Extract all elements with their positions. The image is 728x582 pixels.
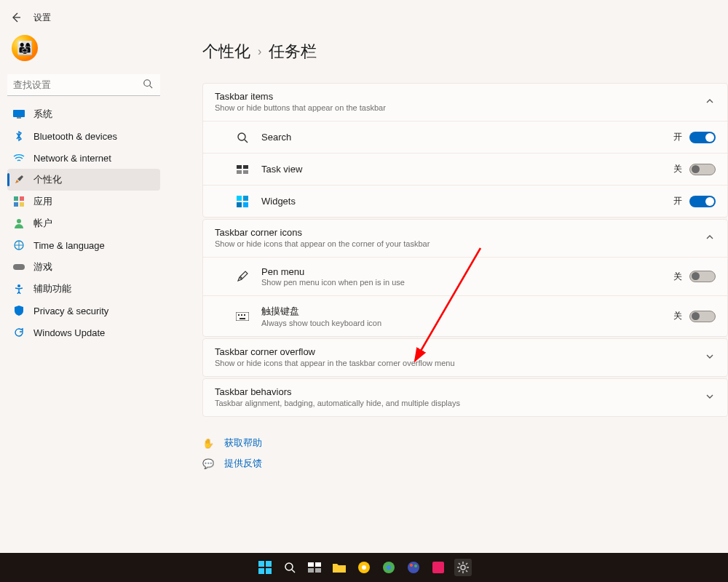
section-overflow[interactable]: Taskbar corner overflow Show or hide ico… xyxy=(203,339,727,376)
section-title: Taskbar items xyxy=(215,91,705,102)
toggle-state: 关 xyxy=(673,271,682,283)
search-input[interactable] xyxy=(7,74,160,96)
sidebar-item-network[interactable]: Network & internet xyxy=(7,147,160,169)
svg-rect-13 xyxy=(243,165,248,169)
svg-rect-1 xyxy=(13,110,25,117)
svg-rect-28 xyxy=(258,568,264,574)
sidebar-item-personalization[interactable]: 个性化 xyxy=(7,169,160,191)
chevron-down-icon xyxy=(705,352,716,362)
row-sublabel: Show pen menu icon when pen is in use xyxy=(261,278,673,287)
svg-point-39 xyxy=(408,562,419,573)
help-icon: ✋ xyxy=(202,437,214,449)
toggle-pen[interactable] xyxy=(689,271,716,282)
section-corner-icons[interactable]: Taskbar corner icons Show or hide icons … xyxy=(203,220,727,257)
taskbar-chrome-2[interactable] xyxy=(380,559,397,576)
sidebar-item-privacy[interactable]: Privacy & security xyxy=(7,300,160,322)
svg-rect-20 xyxy=(236,312,249,321)
svg-rect-29 xyxy=(266,568,272,574)
svg-rect-21 xyxy=(238,314,240,316)
section-taskbar-items[interactable]: Taskbar items Show or hide buttons that … xyxy=(203,84,727,121)
link-label: 获取帮助 xyxy=(224,436,262,450)
app-title: 设置 xyxy=(33,12,51,24)
section-title: Taskbar behaviors xyxy=(215,386,705,397)
link-get-help[interactable]: ✋获取帮助 xyxy=(202,433,728,453)
sidebar-item-accounts[interactable]: 帐户 xyxy=(7,212,160,234)
toggle-state: 开 xyxy=(673,195,682,207)
sidebar-item-apps[interactable]: 应用 xyxy=(7,191,160,212)
feedback-icon: 💬 xyxy=(202,458,214,469)
toggle-touch-keyboard[interactable] xyxy=(689,311,716,322)
sidebar-item-accessibility[interactable]: 辅助功能 xyxy=(7,278,160,300)
section-subtitle: Show or hide icons that appear on the co… xyxy=(215,239,705,248)
sidebar-item-label: 应用 xyxy=(33,195,52,208)
svg-rect-2 xyxy=(17,117,21,119)
svg-point-38 xyxy=(387,565,391,570)
apps-icon xyxy=(13,196,25,207)
svg-rect-18 xyxy=(237,202,242,207)
svg-point-43 xyxy=(461,565,465,570)
sidebar-item-label: Privacy & security xyxy=(33,306,108,316)
toggle-state: 关 xyxy=(673,310,682,322)
toggle-state: 关 xyxy=(673,163,682,175)
search-icon xyxy=(235,132,250,143)
row-label: 触摸键盘 xyxy=(261,305,673,318)
taskbar-search[interactable] xyxy=(281,559,298,576)
pen-icon xyxy=(235,271,250,282)
sidebar-item-bluetooth[interactable]: Bluetooth & devices xyxy=(7,125,160,147)
svg-rect-14 xyxy=(237,170,242,174)
svg-rect-4 xyxy=(20,196,24,201)
link-feedback[interactable]: 💬提供反馈 xyxy=(202,453,728,474)
sidebar-item-label: 系统 xyxy=(33,108,52,121)
shield-icon xyxy=(13,305,25,316)
toggle-task-view[interactable] xyxy=(689,164,716,175)
task-view-icon xyxy=(235,165,250,174)
section-title: Taskbar corner overflow xyxy=(215,346,705,357)
sidebar-item-update[interactable]: Windows Update xyxy=(7,322,160,343)
svg-point-30 xyxy=(285,563,293,570)
taskbar-settings[interactable] xyxy=(454,559,472,576)
row-widgets: Widgets 开 xyxy=(203,185,727,217)
svg-rect-22 xyxy=(241,314,242,316)
accessibility-icon xyxy=(13,283,25,295)
sidebar-item-time[interactable]: Time & language xyxy=(7,234,160,256)
svg-rect-34 xyxy=(315,568,321,573)
row-search: Search 开 xyxy=(203,121,727,153)
taskbar-task-view[interactable] xyxy=(306,559,323,576)
row-label: Search xyxy=(261,132,673,143)
row-touch-keyboard: 触摸键盘Always show touch keyboard icon 关 xyxy=(203,295,727,336)
sidebar-item-label: 个性化 xyxy=(33,173,62,186)
row-label: Widgets xyxy=(261,196,673,207)
widgets-icon xyxy=(235,196,250,207)
sidebar-item-label: 游戏 xyxy=(33,260,52,274)
section-subtitle: Show or hide buttons that appear on the … xyxy=(215,103,705,112)
sidebar-item-label: 帐户 xyxy=(33,217,52,230)
section-behaviors[interactable]: Taskbar behaviors Taskbar alignment, bad… xyxy=(203,379,727,416)
sidebar-item-system[interactable]: 系统 xyxy=(7,103,160,125)
start-button[interactable] xyxy=(256,559,274,576)
breadcrumb-parent[interactable]: 个性化 xyxy=(202,41,250,63)
user-avatar[interactable]: 👨‍👩‍👧 xyxy=(12,35,38,61)
search-icon xyxy=(143,79,154,90)
svg-rect-42 xyxy=(432,562,444,573)
taskbar-explorer[interactable] xyxy=(331,559,348,576)
row-sublabel: Always show touch keyboard icon xyxy=(261,319,673,327)
taskbar-app[interactable] xyxy=(430,559,447,576)
svg-rect-27 xyxy=(266,561,272,567)
taskbar-chrome-1[interactable] xyxy=(355,559,373,576)
svg-rect-33 xyxy=(308,568,314,573)
toggle-search[interactable] xyxy=(689,132,716,143)
chevron-up-icon xyxy=(705,233,716,243)
back-button[interactable] xyxy=(9,10,23,25)
svg-point-7 xyxy=(17,219,21,223)
sidebar-item-label: Windows Update xyxy=(33,327,105,338)
sidebar-item-gaming[interactable]: 游戏 xyxy=(7,256,160,278)
svg-rect-19 xyxy=(243,202,248,207)
gamepad-icon xyxy=(13,261,25,273)
sidebar-item-label: Time & language xyxy=(33,240,105,251)
taskbar-paint[interactable] xyxy=(405,559,422,576)
brush-icon xyxy=(13,174,25,186)
chevron-up-icon xyxy=(705,97,716,107)
toggle-widgets[interactable] xyxy=(689,196,716,207)
chevron-down-icon xyxy=(705,392,716,402)
update-icon xyxy=(13,327,25,338)
